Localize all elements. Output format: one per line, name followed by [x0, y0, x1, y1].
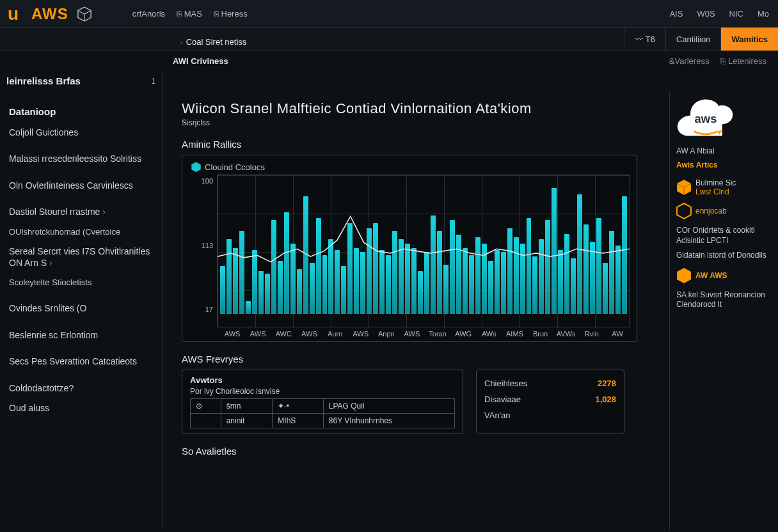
trend-icon: 〰 [635, 35, 643, 44]
kv-row: VAn'an [484, 407, 616, 423]
topnav-item[interactable]: ⎘ MAS [177, 9, 202, 19]
sidebar-item-expandable[interactable]: Sereal Sercrt vies I7S Ohvitlranitles ON… [6, 242, 157, 273]
sidebar-item[interactable]: Oln Ovlerlinteiness Carvinlescs [6, 176, 157, 196]
sidebar-item[interactable]: Coldodactottze? [6, 379, 157, 399]
card-head: Avwtors [190, 375, 455, 385]
topnav-right-item[interactable]: Mo [758, 9, 769, 19]
sidebar-item[interactable]: Secs Pes Sverattion Catcatieots [6, 352, 157, 372]
table-row: aninitMIhS86Y VInhunhrnhes [191, 414, 455, 428]
rail-text: COr Onidrtets & cookitl Aclsintic LPCTI [676, 226, 772, 246]
rail-service-item[interactable]: Bulmine SicLwst Clrid [676, 178, 772, 196]
sidebar: Datanioop Coljoll Guictiones Malassi rre… [0, 91, 163, 530]
topnav-right-item[interactable]: NIC [729, 9, 743, 19]
card-stats: Chieihleses2278 Disaviaae1,028 VAn'an [476, 370, 624, 434]
page-title: Wiicon Sranel Malftieic Contiad Vinlorna… [182, 100, 662, 117]
util-link[interactable]: ⎘ Leteniress [720, 56, 766, 66]
sidebar-item[interactable]: Oud aluss [6, 398, 157, 419]
kv-row: Chieihleses2278 [484, 375, 616, 391]
sidebar-item[interactable]: Datanioop [6, 102, 157, 123]
card-sub: Por lvy Chorlieoloc isnvise [190, 387, 455, 396]
sidebar-item-expandable[interactable]: Dastiol Stourel rrastme [6, 202, 157, 223]
kv-row: Disaviaae1,028 [484, 391, 616, 407]
sidebar-badge: 1 [151, 77, 155, 86]
rail-service-item[interactable]: AW AWS [676, 267, 772, 284]
section-title-next: So Avalietles [182, 446, 662, 457]
chart-title: Clouind Ccolocs [191, 162, 630, 172]
util-link[interactable]: &Varleress [669, 56, 710, 66]
card-avwtors: Avwtors Por lvy Chorlieoloc isnvise ⊙šmn… [182, 370, 463, 434]
brand-u-logo: u [4, 4, 22, 24]
cube-icon [676, 203, 692, 219]
mini-table: ⊙šmn✦·•LPAG Quil aninitMIhS86Y VInhunhrn… [190, 398, 455, 428]
sidebar-item[interactable]: Beslenrie sc Erlontiom [6, 325, 157, 346]
topnav-right-item[interactable]: W0S [697, 9, 715, 19]
table-row: ⊙šmn✦·•LPAG Quil [191, 399, 455, 414]
page-subtitle: Sisrjclss [182, 118, 662, 127]
chevron-left-icon: ‹ [180, 38, 183, 46]
brand-aws-text: AWS [31, 5, 68, 23]
rail-service-item[interactable]: ennjocab [676, 203, 772, 219]
hex-icon [77, 6, 91, 22]
svg-marker-8 [677, 268, 691, 283]
header-bar: u AWS crfAnorls ⎘ MAS ⎘ Heress AIS W0S N… [0, 0, 778, 28]
rail-link[interactable]: AW A Nbial [676, 144, 772, 158]
cube-icon [676, 267, 692, 284]
chart-yaxis: 100 113 17 [191, 175, 217, 327]
tab-cantilion[interactable]: Cantiliion [665, 27, 720, 51]
svg-marker-2 [192, 162, 201, 172]
rail-text: SA kel Suvsrt Reonancion Ciendorocd It [676, 290, 772, 310]
sidebar-item[interactable]: Malassi rresedenleessito Solritiss [6, 149, 157, 169]
tab-trend[interactable]: 〰 T6 [624, 27, 665, 51]
sidebar-item[interactable]: Scoleytelte Stiocletists [6, 273, 157, 292]
chart-plot[interactable] [217, 175, 630, 327]
util-row: AWI Criviness &Varleress ⎘ Leteniress [0, 51, 778, 70]
topnav-item[interactable]: ⎘ Heress [214, 9, 248, 19]
topnav-item[interactable]: crfAnorls [132, 9, 165, 19]
svg-text:aws: aws [695, 112, 717, 125]
tab-bar: ‹ Coal Siret netiss 〰 T6 Cantiliion Wami… [0, 28, 778, 51]
topnav-right-item[interactable]: AIS [669, 9, 683, 19]
rail-link[interactable]: Awis Artics [676, 158, 772, 172]
sidebar-item[interactable]: Coljoll Guictiones [6, 123, 157, 143]
svg-marker-7 [677, 203, 691, 219]
aws-cloud-icon: aws [676, 99, 735, 137]
hex-icon [191, 162, 201, 172]
right-rail: aws AW A Nbial Awis Artics Bulmine SicLw… [669, 91, 778, 530]
section-title-metrics: Aminic Rallics [182, 139, 662, 150]
util-left: AWI Criviness [173, 56, 228, 66]
sidebar-item[interactable]: Ovindes Srnlites (O [6, 299, 157, 319]
sidebar-header: leinrelisss Brfas [6, 75, 81, 86]
tab-primary[interactable]: ‹ Coal Siret netiss [173, 33, 254, 51]
rail-text: Gidatain lstord of Donodils [676, 251, 772, 261]
chart-card: Clouind Ccolocs 100 113 17 AWSAWSAWCAWSA… [182, 155, 637, 342]
chart-xaxis: AWSAWSAWCAWSAurnAWSAnpnAWSToranAWGAWsAIM… [191, 330, 630, 338]
main-content: Wiicon Sranel Malftieic Contiad Vinlorna… [163, 91, 669, 530]
tab-wamitics[interactable]: Wamitics [720, 27, 778, 51]
section-title-frevryes: AWS Frevryes [182, 354, 662, 364]
cube-icon [676, 179, 692, 196]
sidebar-item[interactable]: OUlshrotckuhomad (Cvertoice [6, 223, 157, 242]
